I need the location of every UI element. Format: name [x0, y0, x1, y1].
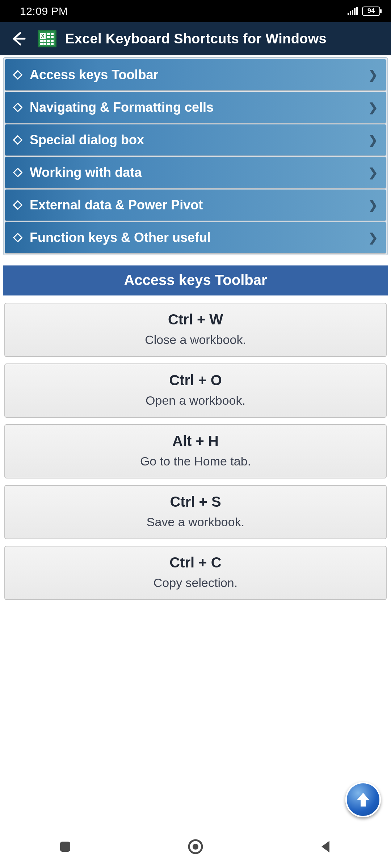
category-item-external-data[interactable]: External data & Power Pivot ❯ [5, 190, 386, 221]
category-item-navigating[interactable]: Navigating & Formatting cells ❯ [5, 92, 386, 123]
svg-rect-22 [14, 103, 22, 112]
category-item-special-dialog[interactable]: Special dialog box ❯ [5, 124, 386, 156]
chevron-right-icon: ❯ [368, 231, 378, 244]
shortcut-card[interactable]: Alt + H Go to the Home tab. [4, 424, 387, 478]
chevron-right-icon: ❯ [368, 68, 378, 82]
nav-home-button[interactable] [174, 834, 217, 859]
category-list: Access keys Toolbar ❯ Navigating & Forma… [3, 57, 388, 255]
android-statusbar: 12:09 PM 94 [0, 0, 391, 22]
battery-icon: 94 [362, 7, 380, 16]
shortcut-key: Ctrl + C [11, 554, 380, 571]
shortcut-key: Ctrl + S [11, 494, 380, 510]
chevron-right-icon: ❯ [368, 133, 378, 147]
android-navbar [0, 825, 391, 868]
shortcut-card[interactable]: Ctrl + W Close a workbook. [4, 303, 387, 357]
shortcut-desc: Save a workbook. [11, 515, 380, 529]
status-time: 12:09 PM [20, 5, 68, 17]
svg-rect-24 [14, 169, 22, 177]
shortcut-desc: Open a workbook. [11, 393, 380, 408]
shortcut-list: Ctrl + W Close a workbook. Ctrl + O Open… [4, 303, 387, 600]
appbar-title: Excel Keyboard Shortcuts for Windows [65, 31, 327, 47]
diamond-icon [13, 168, 22, 177]
category-item-access-keys[interactable]: Access keys Toolbar ❯ [5, 59, 386, 90]
diamond-icon [13, 70, 22, 80]
chevron-right-icon: ❯ [368, 198, 378, 212]
svg-rect-19 [47, 43, 50, 45]
svg-text:X: X [41, 33, 45, 39]
status-right-icons: 94 [348, 6, 380, 16]
appbar: X Excel Keyboard Shortcuts for Windows [0, 22, 391, 55]
svg-rect-25 [14, 201, 22, 209]
svg-rect-0 [348, 13, 349, 15]
category-label: Access keys Toolbar [30, 67, 368, 82]
shortcut-desc: Close a workbook. [11, 333, 380, 347]
diamond-icon [13, 233, 22, 242]
shortcut-key: Ctrl + W [11, 311, 380, 328]
svg-rect-15 [47, 40, 50, 42]
svg-point-29 [193, 844, 198, 850]
svg-rect-21 [14, 71, 22, 79]
svg-rect-11 [47, 36, 50, 38]
shortcut-card[interactable]: Ctrl + C Copy selection. [4, 546, 387, 600]
chevron-right-icon: ❯ [368, 101, 378, 114]
shortcut-desc: Copy selection. [11, 576, 380, 590]
category-item-function-keys[interactable]: Function keys & Other useful ❯ [5, 222, 386, 253]
shortcut-key: Alt + H [11, 433, 380, 449]
category-label: External data & Power Pivot [30, 197, 368, 213]
shortcut-card[interactable]: Ctrl + O Open a workbook. [4, 363, 387, 418]
app-icon: X [36, 28, 58, 50]
shortcut-card[interactable]: Ctrl + S Save a workbook. [4, 485, 387, 539]
signal-icon [348, 6, 358, 16]
svg-rect-1 [350, 11, 351, 15]
nav-recent-button[interactable] [43, 834, 87, 859]
shortcut-key: Ctrl + O [11, 372, 380, 388]
arrow-up-icon [353, 790, 373, 809]
svg-rect-23 [14, 136, 22, 144]
svg-rect-12 [51, 36, 54, 38]
chevron-right-icon: ❯ [368, 166, 378, 179]
diamond-icon [13, 135, 22, 145]
svg-rect-4 [356, 7, 358, 15]
svg-rect-18 [43, 43, 46, 45]
diamond-icon [13, 200, 22, 210]
back-button[interactable] [7, 28, 29, 50]
section-header: Access keys Toolbar [3, 265, 388, 295]
svg-rect-2 [352, 10, 353, 15]
scroll-top-button[interactable] [345, 782, 381, 817]
svg-rect-3 [354, 8, 356, 15]
svg-rect-27 [60, 842, 70, 852]
svg-rect-26 [14, 234, 22, 242]
category-label: Function keys & Other useful [30, 230, 368, 245]
category-label: Special dialog box [30, 132, 368, 148]
shortcut-desc: Go to the Home tab. [11, 454, 380, 468]
category-label: Working with data [30, 165, 368, 180]
svg-rect-20 [51, 43, 54, 45]
svg-rect-14 [43, 40, 46, 42]
diamond-icon [13, 103, 22, 112]
category-item-working-data[interactable]: Working with data ❯ [5, 157, 386, 188]
nav-back-button[interactable] [304, 834, 348, 859]
svg-rect-16 [51, 40, 54, 42]
svg-rect-9 [47, 33, 50, 35]
battery-level: 94 [362, 7, 380, 16]
category-label: Navigating & Formatting cells [30, 100, 368, 115]
svg-rect-13 [40, 40, 43, 42]
svg-rect-17 [40, 43, 43, 45]
svg-rect-10 [51, 33, 54, 35]
